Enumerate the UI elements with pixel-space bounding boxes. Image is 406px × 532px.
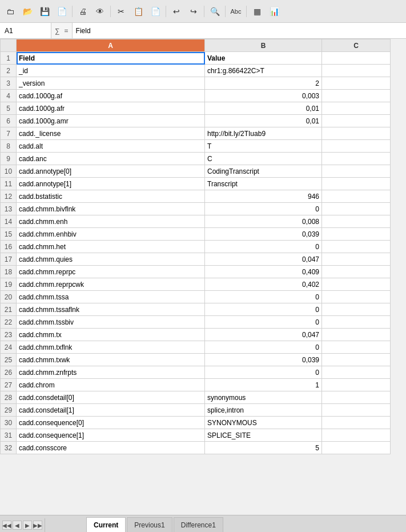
cell-c-16[interactable] bbox=[322, 253, 391, 266]
cell-b-14[interactable]: 0,039 bbox=[205, 228, 322, 241]
cell-c-9[interactable] bbox=[322, 165, 391, 178]
cell-a-12[interactable]: cadd.chmm.bivflnk bbox=[17, 203, 205, 215]
cell-a-7[interactable]: cadd.alt bbox=[17, 140, 205, 153]
cell-reference[interactable]: A1 bbox=[0, 23, 51, 38]
new-btn[interactable]: 🗀 bbox=[2, 3, 18, 19]
col-header-a[interactable]: A bbox=[17, 39, 205, 52]
cell-c-31[interactable] bbox=[322, 442, 391, 454]
cell-a-30[interactable]: cadd.consequence[1] bbox=[17, 429, 205, 442]
cell-b-26[interactable]: 1 bbox=[205, 379, 322, 391]
cell-c-23[interactable] bbox=[322, 341, 391, 354]
cell-a-10[interactable]: cadd.annotype[1] bbox=[17, 178, 205, 190]
cell-b-23[interactable]: 0 bbox=[205, 341, 322, 354]
cell-b-5[interactable]: 0,01 bbox=[205, 115, 322, 127]
cell-b-24[interactable]: 0,039 bbox=[205, 354, 322, 366]
sigma-icon[interactable]: ∑ bbox=[54, 27, 61, 35]
chart-btn[interactable]: 📊 bbox=[266, 3, 282, 19]
open-btn[interactable]: 📂 bbox=[19, 3, 35, 19]
cell-b-7[interactable]: T bbox=[205, 140, 322, 153]
cell-a-6[interactable]: cadd._license bbox=[17, 127, 205, 140]
cell-c-10[interactable] bbox=[322, 178, 391, 190]
cell-a-25[interactable]: cadd.chmm.znfrpts bbox=[17, 366, 205, 379]
cell-a-21[interactable]: cadd.chmm.tssbiv bbox=[17, 316, 205, 329]
cell-a-31[interactable]: cadd.consscore bbox=[17, 442, 205, 454]
cell-c-27[interactable] bbox=[322, 391, 391, 404]
tab-previous1[interactable]: Previous1 bbox=[127, 517, 172, 532]
cell-c-20[interactable] bbox=[322, 303, 391, 316]
cell-c-18[interactable] bbox=[322, 278, 391, 291]
cell-c-3[interactable] bbox=[322, 90, 391, 102]
pdf-btn[interactable]: 📄 bbox=[54, 3, 70, 19]
cell-b-19[interactable]: 0 bbox=[205, 291, 322, 303]
cell-a-15[interactable]: cadd.chmm.het bbox=[17, 241, 205, 253]
cell-a-13[interactable]: cadd.chmm.enh bbox=[17, 215, 205, 228]
cell-b-11[interactable]: 946 bbox=[205, 190, 322, 203]
print-btn[interactable]: 🖨 bbox=[75, 3, 91, 19]
cell-c-12[interactable] bbox=[322, 203, 391, 215]
cell-b-4[interactable]: 0,01 bbox=[205, 102, 322, 115]
cell-b-29[interactable]: SYNONYMOUS bbox=[205, 417, 322, 429]
cell-a-5[interactable]: cadd.1000g.amr bbox=[17, 115, 205, 127]
cell-c-0[interactable] bbox=[322, 52, 391, 65]
cell-b-1[interactable]: chr1:g.866422C>T bbox=[205, 65, 322, 77]
cell-a-2[interactable]: _version bbox=[17, 77, 205, 90]
col-header-c[interactable]: C bbox=[322, 39, 391, 52]
cell-b-9[interactable]: CodingTranscript bbox=[205, 165, 322, 178]
cell-c-22[interactable] bbox=[322, 329, 391, 341]
cell-a-23[interactable]: cadd.chmm.txflnk bbox=[17, 341, 205, 354]
cell-b-20[interactable]: 0 bbox=[205, 303, 322, 316]
cell-c-25[interactable] bbox=[322, 366, 391, 379]
table-btn[interactable]: ▦ bbox=[249, 3, 265, 19]
cell-c-14[interactable] bbox=[322, 228, 391, 241]
equals-icon[interactable]: = bbox=[63, 27, 70, 35]
cell-c-6[interactable] bbox=[322, 127, 391, 140]
preview-btn[interactable]: 👁 bbox=[92, 3, 108, 19]
cell-b-15[interactable]: 0 bbox=[205, 241, 322, 253]
cell-c-7[interactable] bbox=[322, 140, 391, 153]
cell-a-17[interactable]: cadd.chmm.reprpc bbox=[17, 266, 205, 278]
cell-c-29[interactable] bbox=[322, 417, 391, 429]
tab-current[interactable]: Current bbox=[86, 517, 126, 532]
cell-a-4[interactable]: cadd.1000g.afr bbox=[17, 102, 205, 115]
cell-b-16[interactable]: 0,047 bbox=[205, 253, 322, 266]
tab-nav-first[interactable]: ◀◀ bbox=[2, 521, 11, 530]
cell-a-9[interactable]: cadd.annotype[0] bbox=[17, 165, 205, 178]
cell-a-26[interactable]: cadd.chrom bbox=[17, 379, 205, 391]
cell-c-11[interactable] bbox=[322, 190, 391, 203]
cell-b-8[interactable]: C bbox=[205, 153, 322, 165]
cell-b-12[interactable]: 0 bbox=[205, 203, 322, 215]
redo-btn[interactable]: ↪ bbox=[186, 3, 202, 19]
cell-c-19[interactable] bbox=[322, 291, 391, 303]
cell-c-30[interactable] bbox=[322, 429, 391, 442]
cell-c-24[interactable] bbox=[322, 354, 391, 366]
cell-c-4[interactable] bbox=[322, 102, 391, 115]
font-btn[interactable]: Abc bbox=[228, 3, 244, 19]
cell-b-0[interactable]: Value bbox=[205, 52, 322, 65]
cell-c-5[interactable] bbox=[322, 115, 391, 127]
cell-a-11[interactable]: cadd.bstatistic bbox=[17, 190, 205, 203]
cell-c-21[interactable] bbox=[322, 316, 391, 329]
cell-a-18[interactable]: cadd.chmm.reprpcwk bbox=[17, 278, 205, 291]
cell-b-6[interactable]: http://bit.ly/2TIuab9 bbox=[205, 127, 322, 140]
cell-a-14[interactable]: cadd.chmm.enhbiv bbox=[17, 228, 205, 241]
cell-a-22[interactable]: cadd.chmm.tx bbox=[17, 329, 205, 341]
paste-btn[interactable]: 📄 bbox=[147, 3, 163, 19]
cell-b-25[interactable]: 0 bbox=[205, 366, 322, 379]
cell-b-28[interactable]: splice,intron bbox=[205, 404, 322, 417]
undo-btn[interactable]: ↩ bbox=[168, 3, 184, 19]
tab-nav-next[interactable]: ▶ bbox=[23, 521, 32, 530]
copy-btn[interactable]: 📋 bbox=[130, 3, 146, 19]
cut-btn[interactable]: ✂ bbox=[113, 3, 129, 19]
cell-c-28[interactable] bbox=[322, 404, 391, 417]
col-header-b[interactable]: B bbox=[205, 39, 322, 52]
cell-a-27[interactable]: cadd.consdetail[0] bbox=[17, 391, 205, 404]
cell-b-21[interactable]: 0 bbox=[205, 316, 322, 329]
cell-b-13[interactable]: 0,008 bbox=[205, 215, 322, 228]
cell-a-8[interactable]: cadd.anc bbox=[17, 153, 205, 165]
cell-b-18[interactable]: 0,402 bbox=[205, 278, 322, 291]
tab-nav-last[interactable]: ▶▶ bbox=[33, 521, 42, 530]
cell-b-3[interactable]: 0,003 bbox=[205, 90, 322, 102]
tab-difference1[interactable]: Difference1 bbox=[174, 517, 223, 532]
save-btn[interactable]: 💾 bbox=[37, 3, 53, 19]
formula-input[interactable] bbox=[73, 23, 406, 38]
